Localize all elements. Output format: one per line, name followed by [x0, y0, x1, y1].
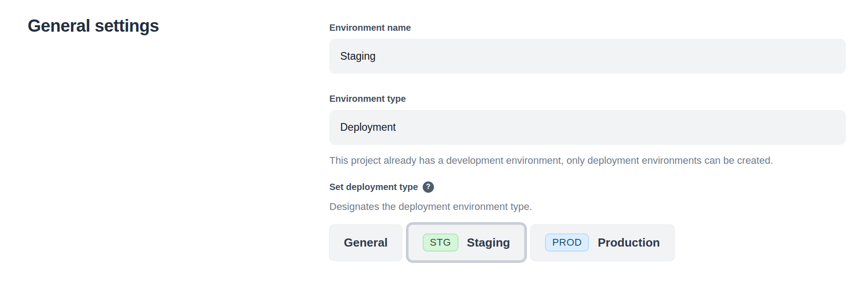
page-title: General settings — [28, 16, 159, 36]
stg-badge: STG — [423, 233, 458, 252]
option-production-label: Production — [598, 236, 660, 250]
environment-name-label: Environment name — [329, 22, 846, 33]
set-deployment-type-row: Set deployment type ? — [329, 181, 846, 193]
set-deployment-type-label: Set deployment type — [329, 181, 418, 193]
deployment-type-options: General STG Staging PROD Production — [329, 224, 846, 261]
deployment-type-option-staging[interactable]: STG Staging — [408, 224, 525, 261]
deployment-type-option-production[interactable]: PROD Production — [530, 224, 675, 261]
option-general-label: General — [344, 236, 388, 250]
environment-type-input[interactable] — [329, 110, 846, 145]
question-mark-icon[interactable]: ? — [423, 181, 434, 193]
environment-type-label: Environment type — [329, 93, 846, 105]
deployment-type-description: Designates the deployment environment ty… — [329, 200, 846, 214]
deployment-type-option-general[interactable]: General — [329, 224, 402, 261]
prod-badge: PROD — [545, 233, 589, 252]
settings-form: Environment name Environment type This p… — [329, 22, 846, 261]
option-staging-label: Staging — [467, 236, 510, 250]
general-settings-page: General settings Environment name Enviro… — [0, 0, 868, 295]
environment-name-input[interactable] — [329, 39, 846, 74]
environment-type-helper-text: This project already has a development e… — [329, 152, 787, 170]
